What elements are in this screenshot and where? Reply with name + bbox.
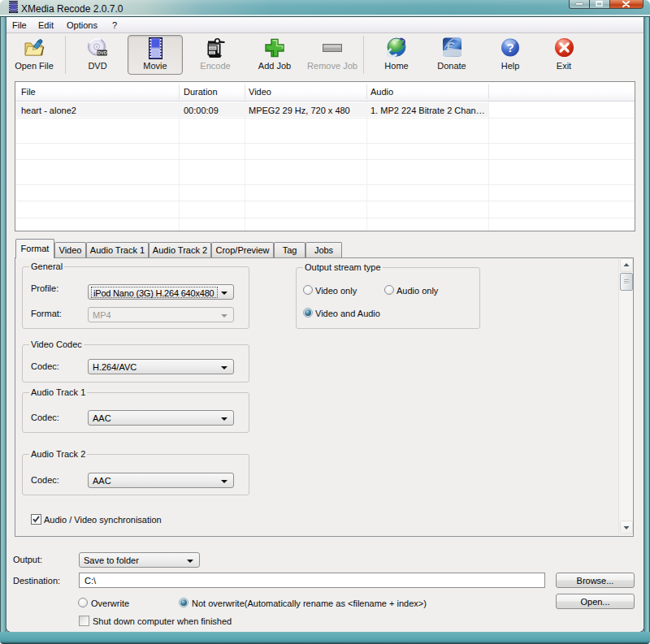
svg-text:?: ?	[506, 41, 514, 54]
svg-text:DVD: DVD	[98, 50, 107, 55]
svg-text:€: €	[446, 39, 455, 56]
